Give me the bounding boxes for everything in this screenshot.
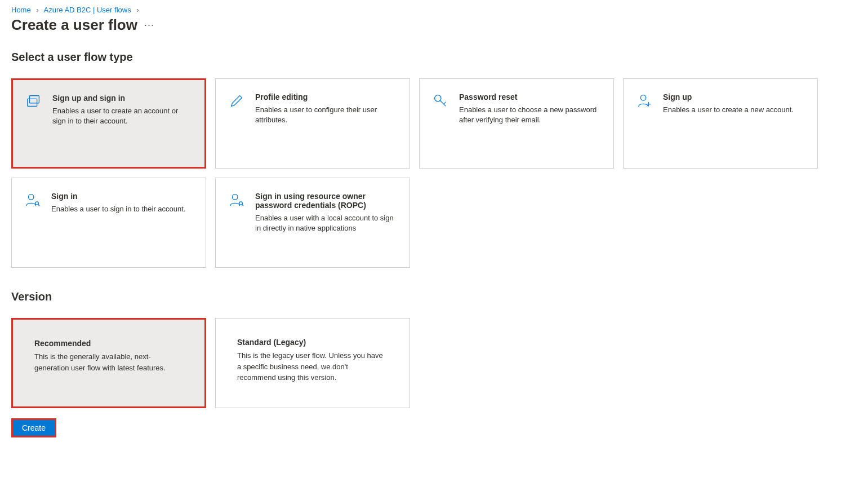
flow-card-signup-signin[interactable]: Sign up and sign in Enables a user to cr… — [11, 78, 206, 169]
card-title: Password reset — [459, 92, 601, 101]
breadcrumb-home[interactable]: Home — [11, 6, 31, 14]
card-desc: This is the legacy user flow. Unless you… — [237, 350, 388, 383]
svg-point-4 — [29, 194, 34, 200]
version-card-recommended[interactable]: Recommended This is the generally availa… — [11, 318, 206, 408]
sign-up-sign-in-icon — [25, 94, 42, 153]
card-title: Profile editing — [255, 92, 397, 101]
card-title: Sign in — [51, 192, 193, 201]
edit-icon — [228, 92, 245, 154]
card-desc: Enables a user to create an account or s… — [52, 106, 192, 126]
card-title: Sign up and sign in — [52, 94, 192, 103]
page-title: Create a user flow — [11, 16, 137, 34]
svg-rect-1 — [28, 99, 37, 106]
card-desc: Enables a user to choose a new password … — [459, 105, 601, 125]
svg-point-3 — [640, 95, 646, 100]
person-key-icon — [228, 192, 245, 254]
flow-card-sign-in[interactable]: Sign in Enables a user to sign in to the… — [11, 178, 206, 268]
card-title: Sign up — [663, 92, 805, 101]
flow-card-sign-up[interactable]: Sign up Enables a user to create a new a… — [623, 78, 818, 169]
key-icon — [432, 92, 449, 154]
create-button[interactable]: Create — [11, 418, 56, 437]
svg-point-6 — [233, 194, 238, 200]
chevron-right-icon: › — [136, 6, 139, 14]
flow-card-password-reset[interactable]: Password reset Enables a user to choose … — [419, 78, 614, 169]
card-desc: Enables a user to configure their user a… — [255, 105, 397, 125]
card-desc: Enables a user with a local account to s… — [255, 213, 397, 233]
card-desc: This is the generally available, next-ge… — [34, 351, 183, 373]
card-title: Standard (Legacy) — [237, 338, 388, 347]
section-flow-type-title: Select a user flow type — [11, 51, 857, 64]
person-key-icon — [24, 192, 41, 254]
person-add-icon — [636, 92, 653, 154]
card-title: Sign in using resource owner password cr… — [255, 192, 397, 210]
flow-card-ropc[interactable]: Sign in using resource owner password cr… — [215, 178, 410, 268]
card-title: Recommended — [34, 339, 183, 348]
breadcrumb: Home › Azure AD B2C | User flows › — [11, 6, 857, 14]
version-card-standard[interactable]: Standard (Legacy) This is the legacy use… — [215, 318, 410, 408]
card-desc: Enables a user to create a new account. — [663, 105, 805, 115]
version-grid: Recommended This is the generally availa… — [11, 318, 857, 408]
svg-rect-0 — [30, 96, 39, 103]
chevron-right-icon: › — [36, 6, 38, 14]
more-icon[interactable]: ··· — [144, 19, 154, 31]
section-version-title: Version — [11, 290, 857, 303]
breadcrumb-service[interactable]: Azure AD B2C | User flows — [44, 6, 131, 14]
flow-type-grid: Sign up and sign in Enables a user to cr… — [11, 78, 857, 268]
card-desc: Enables a user to sign in to their accou… — [51, 204, 193, 214]
flow-card-profile-editing[interactable]: Profile editing Enables a user to config… — [215, 78, 410, 169]
